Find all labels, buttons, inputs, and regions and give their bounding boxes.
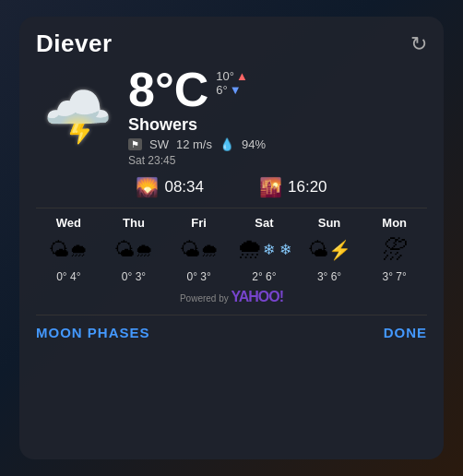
datetime: Sat 23:45 — [128, 154, 427, 167]
wind-direction: SW — [149, 137, 169, 151]
temp-low: 6° ▼ — [216, 83, 248, 97]
humidity-icon: 💧 — [220, 137, 234, 151]
forecast-day-temps: 3° 6° — [317, 270, 341, 283]
sunset-time: 16:20 — [288, 178, 327, 196]
forecast-day-label: Mon — [382, 216, 407, 230]
main-weather-section: 🌩️ 8° C 10° ▲ 6° ▼ — [36, 65, 427, 167]
temp-high: 10° ▲ — [216, 69, 248, 83]
sunrise-icon: 🌄 — [136, 176, 159, 198]
forecast-day-temps: 0° 3° — [122, 270, 146, 283]
forecast-day-label: Sun — [318, 216, 341, 230]
sunrise-item: 🌄 08:34 — [136, 176, 204, 198]
sunset-icon: 🌇 — [259, 176, 282, 198]
forecast-day-wed: Wed 🌤🌧 0° 4° — [36, 216, 101, 283]
forecast-day-icon: 🌤⚡ — [308, 233, 351, 267]
forecast-day-temps: 0° 3° — [187, 270, 211, 283]
powered-label: Powered by — [180, 293, 229, 303]
current-weather-icon: 🌩️ — [36, 75, 119, 158]
sun-times-row: 🌄 08:34 🌇 16:20 — [36, 176, 427, 198]
forecast-day-temps: 2° 6° — [252, 270, 276, 283]
forecast-day-mon: Mon ⛈ 3° 7° — [362, 216, 427, 283]
forecast-day-temps: 0° 4° — [56, 270, 80, 283]
done-button[interactable]: DONE — [384, 325, 427, 340]
sunset-item: 🌇 16:20 — [259, 176, 327, 198]
wind-speed: 12 m/s — [176, 137, 212, 151]
forecast-row: Wed 🌤🌧 0° 4° Thu 🌤🌧 0° 3° Fri 🌤🌧 0° 3° S… — [36, 208, 427, 283]
temperature-row: 8° C 10° ▲ 6° ▼ — [128, 65, 427, 113]
forecast-day-label: Thu — [123, 216, 145, 230]
weather-details: 8° C 10° ▲ 6° ▼ Showers — [119, 65, 427, 167]
forecast-day-label: Wed — [56, 216, 81, 230]
forecast-day-label: Sat — [255, 216, 273, 230]
header-row: Diever ↻ — [36, 30, 427, 58]
wind-flag: ⚑ — [128, 138, 142, 150]
yahoo-logo: YAHOO! — [232, 289, 284, 304]
app-background: Diever ↻ 🌩️ 8° C 10° ▲ — [0, 0, 463, 476]
city-name: Diever — [36, 30, 113, 58]
forecast-day-sat: Sat 🌨❄ ❄ 2° 6° — [232, 216, 297, 283]
forecast-day-sun: Sun 🌤⚡ 3° 6° — [297, 216, 362, 283]
temp-range: 10° ▲ 6° ▼ — [216, 69, 248, 97]
bottom-buttons-row: MOON PHASES DONE — [36, 315, 427, 340]
temp-unit: C — [174, 65, 209, 113]
forecast-day-icon: ⛈ — [382, 233, 408, 267]
forecast-day-thu: Thu 🌤🌧 0° 3° — [101, 216, 167, 283]
forecast-day-icon: 🌨❄ ❄ — [237, 233, 291, 267]
forecast-day-label: Fri — [191, 216, 207, 230]
current-temp: 8° — [128, 65, 174, 113]
sunrise-time: 08:34 — [164, 178, 204, 196]
weather-condition: Showers — [128, 115, 427, 135]
moon-phases-button[interactable]: MOON PHASES — [36, 325, 150, 340]
forecast-day-temps: 3° 7° — [383, 270, 407, 283]
weather-card: Diever ↻ 🌩️ 8° C 10° ▲ — [19, 17, 444, 459]
forecast-day-icon: 🌤🌧 — [114, 233, 153, 267]
humidity-value: 94% — [242, 137, 266, 151]
powered-by-row: Powered by YAHOO! — [36, 289, 427, 305]
forecast-day-icon: 🌤🌧 — [49, 233, 88, 267]
refresh-icon[interactable]: ↻ — [410, 32, 427, 56]
forecast-day-icon: 🌤🌧 — [180, 233, 219, 267]
forecast-day-fri: Fri 🌤🌧 0° 3° — [166, 216, 232, 283]
wind-row: ⚑ SW 12 m/s 💧 94% — [128, 137, 427, 151]
arrow-down-icon: ▼ — [230, 83, 242, 97]
arrow-up-icon: ▲ — [236, 69, 248, 83]
